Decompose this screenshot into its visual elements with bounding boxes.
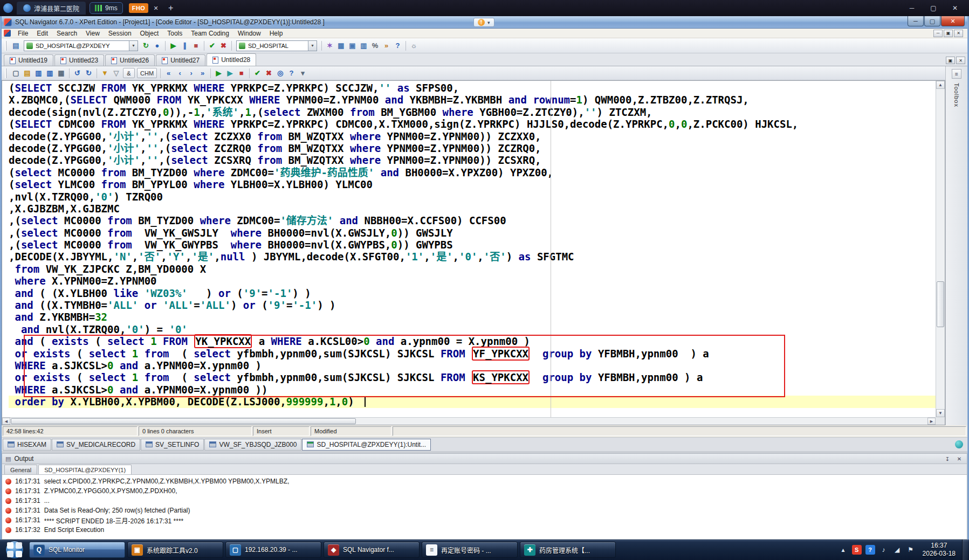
taskbar-button-2[interactable]: ▣系统跟踪工具v2.0 xyxy=(127,542,223,558)
code-line[interactable]: decode(Z.YPGG00,'小计','',(select ZCSXRQ f… xyxy=(9,154,936,166)
code-line[interactable]: decode(Z.YPGG00,'小计','',(select ZCZXX0 f… xyxy=(9,130,936,142)
browser-tab[interactable]: 漳浦县第二医院 xyxy=(17,2,86,15)
horizontal-scrollbar[interactable]: ◀ ▶ xyxy=(2,417,936,425)
undo-icon[interactable]: ↺ xyxy=(72,67,83,79)
sessions-list-icon[interactable]: ● xyxy=(152,40,163,51)
menu-item-view[interactable]: View xyxy=(81,29,104,38)
doc-tab-untitled26[interactable]: Untitled26 xyxy=(105,54,155,66)
volume-icon[interactable]: ♪ xyxy=(879,545,889,555)
tab-close-icon[interactable]: ✕ xyxy=(153,5,158,12)
close-document-button[interactable]: ✕ xyxy=(956,57,965,64)
code-line[interactable]: or exists ( select 1 from ( select yfbmb… xyxy=(9,348,936,359)
code-line[interactable]: ,DECODE(X.JBYYML,'N','否','Y','是',null ) … xyxy=(9,251,936,262)
filter-remove-icon[interactable]: ▽ xyxy=(111,67,122,79)
mdi-minimize-button[interactable]: ─ xyxy=(933,30,943,37)
close-button[interactable]: ✕ xyxy=(941,16,965,26)
code-line[interactable]: from VW_YK_ZJPCKC Z,BM_YD0000 X xyxy=(9,263,936,275)
code-line[interactable]: order by X.YLBH00,X.YPBM00, DECODE(Z.LSJ… xyxy=(9,396,936,407)
network-icon[interactable]: ◢ xyxy=(892,545,902,555)
doc-tab-untitled19[interactable]: Untitled19 xyxy=(4,54,53,66)
toolbar-options-icon[interactable]: ▾ xyxy=(297,67,308,79)
code-line[interactable]: and ( (X.YLBH00 like 'WZ03%' ) or ('9'='… xyxy=(9,287,936,299)
output-close-icon[interactable]: ✕ xyxy=(955,455,964,462)
execute-session-icon[interactable]: ▶ xyxy=(168,40,179,51)
menu-item-tools[interactable]: Tools xyxy=(163,29,187,38)
code-line[interactable]: decode(Z.YPGG00,'小计','',(select ZCZRQ0 f… xyxy=(9,142,936,154)
spool-icon[interactable]: % xyxy=(369,40,381,51)
session-tab-2[interactable]: SV_SETLINFO xyxy=(141,439,204,451)
toolbox-label[interactable]: Toolbox xyxy=(953,83,960,107)
code-area[interactable]: (SELECT SCCJZW FROM YK_YPRKMX WHERE YPRK… xyxy=(2,81,936,417)
mdi-restore-button[interactable]: ▣ xyxy=(944,30,953,37)
show-desktop-button[interactable] xyxy=(962,540,968,560)
vertical-scroll-thumb[interactable] xyxy=(937,281,944,327)
doc-tab-untitled23[interactable]: Untitled23 xyxy=(54,54,104,66)
commit-icon[interactable]: ✔ xyxy=(207,40,218,51)
code-line[interactable]: and Z.YKBMBH=32 xyxy=(9,311,936,323)
combo-dropdown-icon[interactable]: ▾ xyxy=(308,41,317,51)
menu-item-help[interactable]: Help xyxy=(265,29,287,38)
taskbar-button-4[interactable]: ◆SQL Navigator f... xyxy=(324,542,420,558)
menu-item-file[interactable]: File xyxy=(13,29,32,38)
output-line[interactable]: 16:17:31**** SCRIPT ENDED 18-三月-2026 16:… xyxy=(5,515,964,525)
minimize-button[interactable]: ─ xyxy=(908,16,924,26)
rollback-icon[interactable]: ✖ xyxy=(218,40,229,51)
print-icon[interactable]: ▦ xyxy=(56,67,67,79)
code-line[interactable]: (select MC0000 from BM_TYZD00 where ZDMC… xyxy=(9,167,936,178)
output-tab-0[interactable]: General xyxy=(4,465,37,474)
help-icon[interactable]: ? xyxy=(392,40,403,51)
describe-icon[interactable]: ? xyxy=(286,67,297,79)
code-line[interactable]: X.ZBQMC0,(SELECT QWM000 FROM YK_YPKCXX W… xyxy=(9,94,936,106)
pin-icon[interactable]: ↧ xyxy=(943,455,952,462)
commit-icon[interactable]: ✔ xyxy=(252,67,263,79)
menu-item-session[interactable]: Session xyxy=(104,29,136,38)
open-file-icon[interactable]: ▤ xyxy=(22,67,33,79)
output-tab-1[interactable]: SD_HOSPITAL@ZPXDEYY(1) xyxy=(38,465,132,474)
new-tab-button[interactable]: + xyxy=(164,3,177,13)
substitution-variables-button[interactable]: & xyxy=(123,68,135,78)
code-line[interactable]: ,(select MC0000 from VW_YK_GWYPBS where … xyxy=(9,239,936,251)
messenger-icon[interactable]: ? xyxy=(865,545,875,555)
code-line[interactable]: and ((X.TYMBH0='ALL' or 'ALL'='ALL') or … xyxy=(9,299,936,311)
new-file-icon[interactable]: ▢ xyxy=(10,67,22,79)
code-line[interactable]: and nvl(X.TZRQ00,'0') = '0' xyxy=(9,323,936,335)
taskbar-clock[interactable]: 16:37 2026-03-18 xyxy=(923,542,956,558)
next-record-icon[interactable]: › xyxy=(185,67,197,79)
code-line[interactable]: where X.YPNM00=Z.YPNM00 xyxy=(9,275,936,287)
ime-icon[interactable]: S xyxy=(852,545,862,555)
taskbar-button-3[interactable]: ▢192.168.20.39 - ... xyxy=(225,542,321,558)
scroll-right-icon[interactable]: ▶ xyxy=(927,418,936,425)
vertical-scrollbar[interactable]: ▲ ▼ xyxy=(936,81,945,417)
new-window-icon[interactable]: ▣ xyxy=(347,40,358,51)
child-window-icon[interactable] xyxy=(4,30,11,37)
first-record-icon[interactable]: « xyxy=(163,67,174,79)
horizontal-scroll-thumb[interactable] xyxy=(11,418,356,424)
doc-tab-untitled27[interactable]: Untitled27 xyxy=(156,54,205,66)
output-line[interactable]: 16:17:32End Script Execution xyxy=(5,525,964,535)
browser-close-button[interactable]: ✕ xyxy=(944,1,966,15)
session-manager-icon[interactable]: ▤ xyxy=(10,40,22,51)
menu-item-edit[interactable]: Edit xyxy=(32,29,52,38)
code-line[interactable]: WHERE a.SJKCSL>0 and a.YPNM00=X.ypnm00 ) xyxy=(9,359,936,371)
browser-logo-icon[interactable] xyxy=(3,3,13,13)
menu-item-window[interactable]: Window xyxy=(233,29,265,38)
menu-item-team-coding[interactable]: Team Coding xyxy=(187,29,233,38)
output-line[interactable]: 16:17:31select x.CPID00,Z.YPRKPC,Z.YPNM0… xyxy=(5,476,964,486)
scroll-up-icon[interactable]: ▲ xyxy=(936,81,945,89)
connect-refresh-icon[interactable]: ↻ xyxy=(140,40,152,51)
find-icon[interactable]: ◎ xyxy=(274,67,286,79)
browser-maximize-button[interactable]: ▢ xyxy=(923,1,944,15)
prev-record-icon[interactable]: ‹ xyxy=(174,67,185,79)
browser-minimize-button[interactable]: ─ xyxy=(901,1,923,15)
action-center-icon[interactable]: ⚑ xyxy=(906,545,916,555)
scroll-down-icon[interactable]: ▼ xyxy=(936,409,945,417)
taskbar-button-6[interactable]: ✚药房管理系统【... xyxy=(520,542,616,558)
code-analysis-icon[interactable]: ✶ xyxy=(324,40,335,51)
connection-combo[interactable]: SD_HOSPITAL@ZPXDEYY ▾ xyxy=(24,40,138,51)
filter-icon[interactable]: ▼ xyxy=(99,67,111,79)
start-button[interactable] xyxy=(5,541,24,559)
scroll-left-icon[interactable]: ◀ xyxy=(2,418,10,425)
code-line[interactable]: WHERE a.SJKCSL>0 and a.YPNM00=X.ypnm00 )… xyxy=(9,384,936,396)
output-line[interactable]: 16:17:31Z.YPMC00,Z.YPGG00,X.PYSM00,Z.PDX… xyxy=(5,486,964,496)
stop-icon[interactable]: ■ xyxy=(190,40,202,51)
